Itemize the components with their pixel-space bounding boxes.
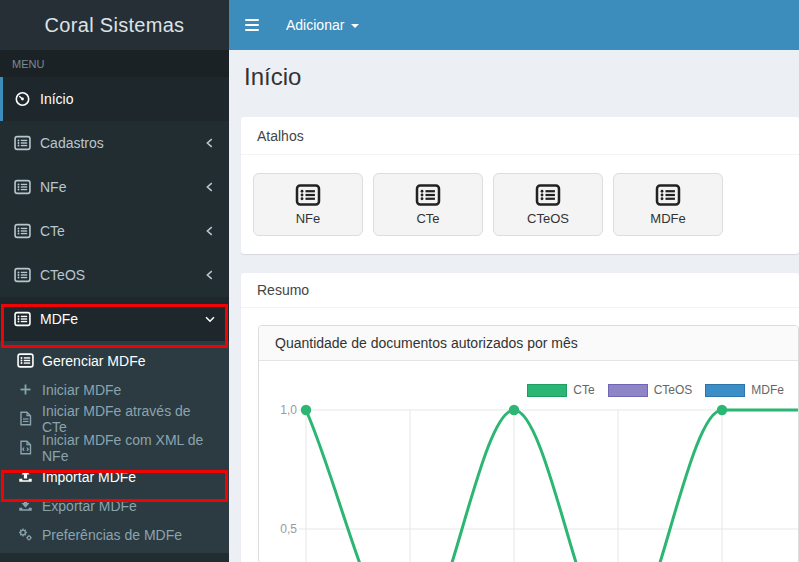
- list-icon: [14, 135, 31, 151]
- sidebar-item-label: CTeOS: [40, 267, 85, 283]
- app-logo[interactable]: Coral Sistemas: [0, 0, 229, 50]
- chart-line-cte: [306, 410, 798, 562]
- shortcut-button-mdfe[interactable]: MDFe: [613, 173, 723, 236]
- chart-title: Quantidade de documentos autorizados por…: [259, 326, 798, 361]
- sidebar-item-nfe[interactable]: NFe: [0, 165, 229, 209]
- y-tick-label: 1,0: [280, 403, 297, 417]
- legend-swatch: [705, 384, 745, 397]
- shortcut-label: CTe: [416, 211, 439, 226]
- shortcut-button-nfe[interactable]: NFe: [253, 173, 363, 236]
- legend-swatch: [527, 384, 567, 397]
- submenu-item-importar-mdfe[interactable]: Importar MDFe: [0, 462, 229, 491]
- shortcut-label: NFe: [296, 211, 321, 226]
- list-icon: [17, 353, 34, 368]
- submenu-item-exportar-mdfe[interactable]: Exportar MDFe: [0, 491, 229, 520]
- chevron-left-icon: [203, 136, 217, 150]
- sidebar-item-cteos[interactable]: CTeOS: [0, 253, 229, 297]
- shortcuts-row: NFe CTe CTeOS MDFe: [241, 155, 799, 236]
- legend-item-mdfe[interactable]: MDFe: [705, 383, 784, 397]
- chart-legend: CTeCTeOSMDFe: [527, 383, 784, 397]
- sidebar-toggle-button[interactable]: [229, 0, 274, 50]
- list-icon: [14, 267, 31, 283]
- submenu-item-label: Preferências de MDFe: [42, 527, 182, 543]
- sidebar-item-mdfe[interactable]: MDFe: [0, 297, 229, 341]
- y-tick-label: 0,5: [280, 522, 297, 536]
- submenu-item-iniciar-mdfe-xml-nfe[interactable]: Iniciar MDFe com XML de NFe: [0, 433, 229, 462]
- list-icon: [14, 223, 31, 239]
- sidebar: Coral Sistemas MENU Início Cadastros NFe…: [0, 0, 229, 562]
- sidebar-item-label: NFe: [40, 179, 66, 195]
- add-dropdown-button[interactable]: Adicionar: [286, 17, 359, 33]
- file-code-icon: [17, 440, 34, 455]
- sidebar-item-label: MDFe: [40, 311, 78, 327]
- submenu-item-label: Iniciar MDFe com XML de NFe: [42, 432, 219, 464]
- chevron-left-icon: [203, 224, 217, 238]
- chevron-left-icon: [203, 268, 217, 282]
- list-icon: [535, 184, 561, 206]
- submenu-item-label: Gerenciar MDFe: [42, 353, 145, 369]
- legend-item-cte[interactable]: CTe: [527, 383, 594, 397]
- caret-down-icon: [351, 24, 359, 28]
- submenu-item-label: Iniciar MDFe: [42, 382, 121, 398]
- legend-label: CTeOS: [654, 383, 693, 397]
- legend-label: CTe: [573, 383, 594, 397]
- chart-panel: Quantidade de documentos autorizados por…: [258, 325, 799, 562]
- submenu-item-gerenciar-mdfe[interactable]: Gerenciar MDFe: [0, 346, 229, 375]
- sidebar-item-cte[interactable]: CTe: [0, 209, 229, 253]
- chart-point: [301, 405, 311, 415]
- hamburger-icon: [245, 19, 259, 21]
- add-dropdown-label: Adicionar: [286, 17, 344, 33]
- list-icon: [14, 311, 31, 327]
- shortcut-button-cte[interactable]: CTe: [373, 173, 483, 236]
- sidebar-item-inicio[interactable]: Início: [0, 77, 229, 121]
- file-icon: [17, 411, 34, 426]
- download-icon: [17, 498, 34, 513]
- shortcut-label: CTeOS: [527, 211, 569, 226]
- gears-icon: [17, 527, 34, 542]
- chart-area: CTeCTeOSMDFe 1,00,5: [259, 361, 798, 562]
- submenu-item-label: Importar MDFe: [42, 469, 136, 485]
- legend-label: MDFe: [751, 383, 784, 397]
- chevron-left-icon: [203, 180, 217, 194]
- submenu-item-label: Exportar MDFe: [42, 498, 137, 514]
- chevron-down-icon: [203, 312, 217, 326]
- summary-panel-title: Resumo: [241, 273, 799, 308]
- shortcut-label: MDFe: [650, 211, 685, 226]
- menu-section-header: MENU: [0, 50, 229, 77]
- shortcut-button-cteos[interactable]: CTeOS: [493, 173, 603, 236]
- legend-swatch: [608, 384, 648, 397]
- dashboard-icon: [14, 91, 31, 107]
- list-icon: [14, 179, 31, 195]
- chart-point: [509, 405, 519, 415]
- submenu-item-iniciar-mdfe-atraves-cte[interactable]: Iniciar MDFe através de CTe: [0, 404, 229, 433]
- shortcuts-panel-title: Atalhos: [241, 117, 799, 155]
- shortcuts-panel: Atalhos NFe CTe CTeOS: [241, 117, 799, 254]
- top-navbar: Adicionar: [229, 0, 799, 50]
- page-title: Início: [229, 50, 799, 100]
- sidebar-item-label: Cadastros: [40, 135, 104, 151]
- plus-icon: [17, 382, 34, 397]
- summary-panel: Resumo Quantidade de documentos autoriza…: [241, 273, 799, 562]
- sidebar-item-label: CTe: [40, 223, 65, 239]
- submenu-item-preferencias-mdfe[interactable]: Preferências de MDFe: [0, 520, 229, 549]
- list-icon: [295, 184, 321, 206]
- list-icon: [415, 184, 441, 206]
- mdfe-submenu: Gerenciar MDFe Iniciar MDFe Iniciar MDFe…: [0, 341, 229, 553]
- list-icon: [655, 184, 681, 206]
- legend-item-cteos[interactable]: CTeOS: [608, 383, 693, 397]
- submenu-item-label: Iniciar MDFe através de CTe: [42, 403, 219, 435]
- chart-point: [717, 405, 727, 415]
- submenu-item-iniciar-mdfe[interactable]: Iniciar MDFe: [0, 375, 229, 404]
- sidebar-item-cadastros[interactable]: Cadastros: [0, 121, 229, 165]
- sidebar-item-label: Início: [40, 91, 73, 107]
- upload-icon: [17, 469, 34, 484]
- main-content: Início Atalhos NFe CTe CTeOS: [229, 50, 799, 562]
